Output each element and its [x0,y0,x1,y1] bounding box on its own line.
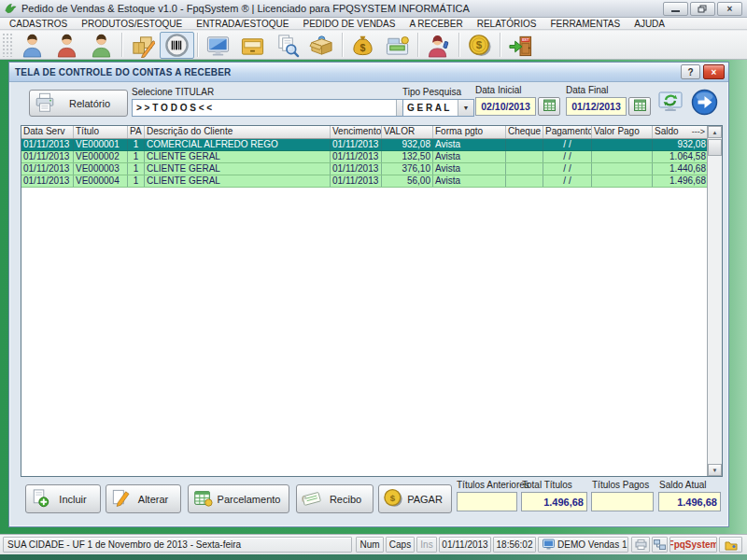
drawer-icon[interactable] [235,32,270,59]
network-status-icon[interactable] [652,537,668,553]
dialog-help-button[interactable]: ? [681,64,700,79]
grid-cell [506,151,543,162]
exit-icon[interactable]: EXIT [503,32,538,59]
grid-column-header[interactable]: PA [128,126,145,138]
grid-cell: Avista [433,139,506,150]
grid-cell [592,139,653,150]
data-inicial-field[interactable]: 02/10/2013 [475,97,536,116]
monitor-icon[interactable] [201,32,235,59]
grid-column-header[interactable]: Pagamento [543,126,592,138]
svg-text:EXIT: EXIT [522,38,529,42]
grid-column-header[interactable]: Descrição do Cliente [145,126,331,138]
grid-column-header[interactable]: Cheque [506,126,543,138]
grid-cell: 01/11/2013 [21,151,74,162]
grid-row-2[interactable]: 01/11/2013VE0000031CLIENTE GERAL01/11/20… [21,163,708,175]
data-inicial-calendar-button[interactable] [538,97,560,116]
grid-cell: CLIENTE GERAL [145,175,331,187]
grid-row-0[interactable]: 01/11/2013VE0000011COMERCIAL ALFREDO REG… [21,139,708,151]
grid-row-3[interactable]: 01/11/2013VE0000041CLIENTE GERAL01/11/20… [21,175,708,188]
toolbar-separator [500,33,500,57]
total-titulos-label: Total Títulos [522,480,572,490]
dialog-title: TELA DE CONTROLE DO CONTAS A RECEBER [15,67,231,77]
grid-column-header[interactable]: VALOR [382,126,433,138]
data-final-calendar-button[interactable] [628,97,651,116]
grid-cell: VE000002 [74,151,128,162]
titulos-anteriores-label: Títulos Anteriores [457,480,529,490]
grid-column-header[interactable]: Valor Pago [592,126,653,138]
recibo-button[interactable]: Recibo [296,484,374,513]
printer-status-icon[interactable] [631,537,650,553]
status-num: Num [356,537,384,553]
grid-cell: / / [543,151,592,162]
refresh-button[interactable] [655,91,685,118]
titular-select[interactable]: > > T O D O S < < ▼ [132,99,413,117]
titulos-pagos-field [591,492,654,511]
customer-green-icon[interactable] [84,32,119,59]
grid-cell: 132,50 [382,151,433,162]
scroll-thumb[interactable] [708,139,722,156]
svg-text:$: $ [360,42,366,53]
money-bag-icon[interactable]: $ [345,32,380,59]
titlebar: Pedido de Vendas & Estoque v1.0 - FpqSys… [0,0,747,18]
status-caps: Caps [386,537,415,553]
menu-item-cadastros[interactable]: CADASTROS [9,19,67,29]
grid-cell: / / [543,139,592,150]
grid-cell: 1.064,58 [653,151,708,162]
edit-pencil-icon [110,488,130,510]
grid-row-1[interactable]: 01/11/2013VE0000021CLIENTE GERAL01/11/20… [21,151,708,163]
report-button[interactable]: Relatório [29,90,128,117]
grid-column-header[interactable]: Data Serv [21,126,74,138]
cash-register-icon[interactable] [380,32,415,59]
scroll-up-icon[interactable]: ▲ [708,126,722,138]
coin-icon[interactable]: $ [462,32,497,59]
menu-item-entrada-estoque[interactable]: ENTRADA/ESTOQUE [196,19,289,29]
grid-cell: 932,08 [653,139,708,150]
saldo-atual-label: Saldo Atual [659,480,707,490]
customer-blue-icon[interactable] [15,32,49,59]
tipo-pesquisa-select[interactable]: G E R A L ▼ [402,99,474,117]
minimize-button[interactable] [663,2,688,16]
grid-cell: 1 [128,163,145,175]
grid-cell: Avista [433,151,506,162]
bottom-edge [0,554,747,560]
alterar-button[interactable]: Alterar [106,484,181,513]
menu-item-relatorios[interactable]: RELATÓRIOS [477,19,537,29]
menu-item-pedido-de-vendas[interactable]: PEDIDO DE VENDAS [303,19,396,29]
chevron-down-icon[interactable]: ▼ [458,100,473,116]
grid-column-header[interactable]: Título [74,126,128,138]
products-icon[interactable] [125,32,160,59]
grid-scrollbar[interactable]: ▲ ▼ [707,126,722,476]
customer-red-icon[interactable] [49,32,84,59]
open-box-icon[interactable] [304,32,339,59]
status-date: 01/11/2013 [439,537,491,553]
titulos-pagos-label: Títulos Pagos [592,480,649,490]
saldo-atual-field: 1.496,68 [658,492,721,511]
menu-item-ajuda[interactable]: AJUDA [634,19,665,29]
dialog-contas-a-receber: TELA DE CONTROLE DO CONTAS A RECEBER ? ×… [8,62,729,527]
grid-cell [506,175,543,187]
grid-cell: / / [543,163,592,175]
grid-column-header[interactable]: Vencimento [331,126,382,138]
data-final-field[interactable]: 01/12/2013 [566,97,627,116]
close-button[interactable]: × [717,2,742,16]
folder-user-icon[interactable] [719,537,742,553]
toolbar-separator [342,33,343,57]
incluir-button[interactable]: Incluir [25,484,101,513]
restore-button[interactable] [690,2,715,16]
calendar-icon [543,98,557,116]
menu-item-ferramentas[interactable]: FERRAMENTAS [550,19,620,29]
toolbar-gripper [2,33,13,57]
more-columns-indicator: ---> [692,126,705,138]
pagar-button[interactable]: $ PAGAR [378,484,452,513]
grid-cell: VE000003 [74,163,128,175]
scroll-down-icon[interactable]: ▼ [708,464,722,476]
support-icon[interactable] [421,32,456,59]
grid-column-header[interactable]: Forma pgto [433,126,506,138]
barcode-icon[interactable] [160,32,194,59]
parcelamento-button[interactable]: Parcelamento [188,484,289,513]
go-button[interactable] [690,90,718,118]
menu-item-a-receber[interactable]: A RECEBER [409,19,462,29]
menu-item-produtos-estoque[interactable]: PRODUTOS/ESTOQUE [81,19,182,29]
dialog-close-button[interactable]: × [703,64,725,79]
search-docs-icon[interactable] [270,32,304,59]
